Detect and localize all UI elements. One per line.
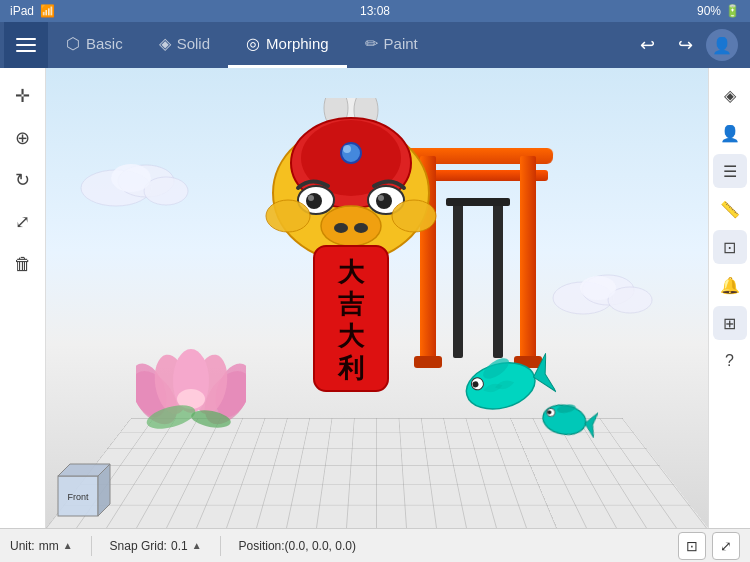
svg-point-43 xyxy=(334,223,348,233)
status-time: 13:08 xyxy=(360,4,390,18)
snap-value: 0.1 xyxy=(171,539,188,553)
svg-point-46 xyxy=(392,200,436,232)
unit-item: Unit: mm ▲ xyxy=(10,539,73,553)
layers-button[interactable]: ☰ xyxy=(713,154,747,188)
tab-morphing[interactable]: ◎ Morphing xyxy=(228,22,347,68)
undo-button[interactable]: ↩ xyxy=(630,28,664,62)
status-bar: iPad 📶 13:08 90% 🔋 xyxy=(0,0,750,22)
svg-point-38 xyxy=(306,193,322,209)
cloud-right xyxy=(548,258,658,322)
svg-text:吉: 吉 xyxy=(338,290,365,319)
basic-icon: ⬡ xyxy=(66,34,80,53)
wifi-icon: 📶 xyxy=(40,4,55,18)
divider-2 xyxy=(220,536,221,556)
battery-icon: 🔋 xyxy=(725,4,740,18)
user-avatar[interactable]: 👤 xyxy=(706,29,738,61)
svg-point-44 xyxy=(354,223,368,233)
status-left: iPad 📶 xyxy=(10,4,55,18)
toolbar-actions: ↩ ↪ 👤 xyxy=(630,28,738,62)
paint-icon: ✏ xyxy=(365,34,378,53)
snap-arrow[interactable]: ▲ xyxy=(192,540,202,551)
svg-text:Front: Front xyxy=(67,492,89,502)
bell-button[interactable]: 🔔 xyxy=(713,268,747,302)
bottom-right-actions: ⊡ ⤢ xyxy=(678,532,740,560)
svg-text:大: 大 xyxy=(337,322,365,351)
unit-value: mm xyxy=(39,539,59,553)
carrier-label: iPad xyxy=(10,4,34,18)
unit-arrow[interactable]: ▲ xyxy=(63,540,73,551)
svg-point-45 xyxy=(266,200,310,232)
screenshot-button[interactable]: ⊡ xyxy=(678,532,706,560)
tab-paint[interactable]: ✏ Paint xyxy=(347,22,436,68)
svg-point-42 xyxy=(321,206,381,246)
ruler-button[interactable]: 📏 xyxy=(713,192,747,226)
svg-point-3 xyxy=(111,164,151,192)
lotus-flower xyxy=(136,339,246,433)
bottom-bar: Unit: mm ▲ Snap Grid: 0.1 ▲ Position:(0.… xyxy=(0,528,750,562)
delete-button[interactable]: 🗑 xyxy=(5,246,41,282)
tab-basic[interactable]: ⬡ Basic xyxy=(48,22,141,68)
redo-button[interactable]: ↪ xyxy=(668,28,702,62)
svg-point-2 xyxy=(144,177,188,205)
canvas-area[interactable]: 大 吉 大 利 Front xyxy=(46,68,708,528)
hamburger-icon xyxy=(16,38,36,52)
resize-button[interactable]: ⤢ xyxy=(5,204,41,240)
fish-small xyxy=(537,397,599,448)
right-toolbar: ◈ 👤 ☰ 📏 ⊡ 🔔 ⊞ ? xyxy=(708,68,750,528)
menu-button[interactable] xyxy=(4,22,48,68)
tab-solid-label: Solid xyxy=(177,35,210,52)
svg-text:大: 大 xyxy=(337,258,365,287)
share-button[interactable]: ⤢ xyxy=(712,532,740,560)
tab-basic-label: Basic xyxy=(86,35,123,52)
tab-paint-label: Paint xyxy=(384,35,418,52)
tab-solid[interactable]: ◈ Solid xyxy=(141,22,228,68)
divider-1 xyxy=(91,536,92,556)
battery-label: 90% xyxy=(697,4,721,18)
toolbar: ⬡ Basic ◈ Solid ◎ Morphing ✏ Paint ↩ ↪ 👤 xyxy=(0,22,750,68)
add-button[interactable]: ✛ xyxy=(5,78,41,114)
status-right: 90% 🔋 xyxy=(697,4,740,18)
cloud-left xyxy=(76,143,196,217)
toolbar-tabs: ⬡ Basic ◈ Solid ◎ Morphing ✏ Paint xyxy=(48,22,630,68)
svg-point-41 xyxy=(378,195,384,201)
view3d-button[interactable]: ◈ xyxy=(713,78,747,112)
svg-point-40 xyxy=(376,193,392,209)
main-area: ✛ ⊕ ↻ ⤢ 🗑 xyxy=(0,68,750,528)
person-button[interactable]: 👤 xyxy=(713,116,747,150)
crop-button[interactable]: ⊡ xyxy=(713,230,747,264)
svg-point-7 xyxy=(580,276,616,300)
svg-text:利: 利 xyxy=(337,354,364,383)
snap-label: Snap Grid: xyxy=(110,539,167,553)
scene: 大 吉 大 利 Front xyxy=(46,68,708,528)
svg-point-35 xyxy=(343,145,351,153)
unit-label: Unit: xyxy=(10,539,35,553)
solid-icon: ◈ xyxy=(159,34,171,53)
position-item: Position:(0.0, 0.0, 0.0) xyxy=(239,539,356,553)
left-toolbar: ✛ ⊕ ↻ ⤢ 🗑 xyxy=(0,68,46,528)
front-cube-indicator: Front xyxy=(56,458,116,518)
lion-dance-head: 大 吉 大 利 xyxy=(246,98,456,402)
svg-point-34 xyxy=(341,143,361,163)
snap-item: Snap Grid: 0.1 ▲ xyxy=(110,539,202,553)
grid-button[interactable]: ⊞ xyxy=(713,306,747,340)
help-button[interactable]: ? xyxy=(713,344,747,378)
svg-point-39 xyxy=(308,195,314,201)
tab-morphing-label: Morphing xyxy=(266,35,329,52)
morphing-icon: ◎ xyxy=(246,34,260,53)
rotate-button[interactable]: ↻ xyxy=(5,162,41,198)
position-value: Position:(0.0, 0.0, 0.0) xyxy=(239,539,356,553)
move-button[interactable]: ⊕ xyxy=(5,120,41,156)
